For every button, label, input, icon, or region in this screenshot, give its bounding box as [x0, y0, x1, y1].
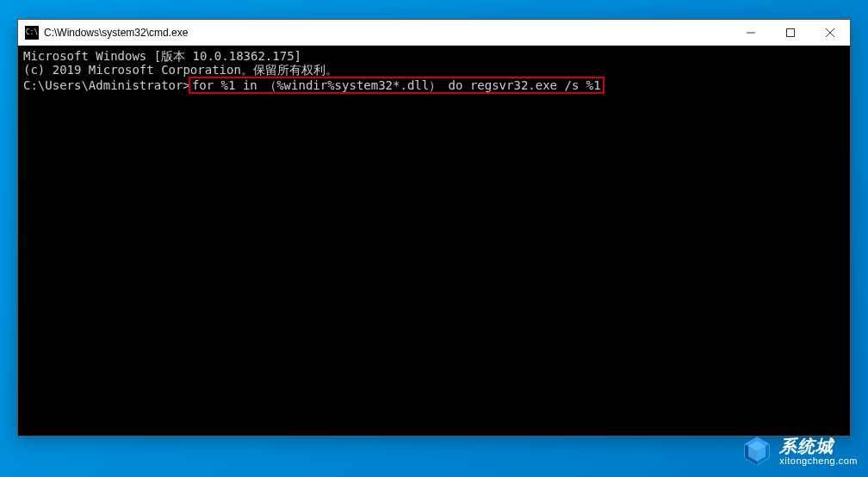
watermark-sub-text: xitongcheng.com: [779, 455, 858, 466]
terminal-body[interactable]: Microsoft Windows [版本 10.0.18362.175](c)…: [18, 46, 850, 436]
svg-rect-1: [787, 28, 795, 36]
close-icon: [826, 28, 834, 37]
command-highlight: for %1 in （%windir%system32*.dll） do reg…: [189, 77, 604, 94]
titlebar[interactable]: C:\ C:\Windows\system32\cmd.exe: [18, 20, 850, 46]
terminal-output-line: Microsoft Windows [版本 10.0.18362.175]: [23, 49, 845, 63]
watermark-logo-icon: [740, 434, 774, 468]
terminal-prompt: C:\Users\Administrator>: [23, 78, 190, 92]
close-button[interactable]: [810, 20, 850, 45]
watermark-main-text: 系统城: [779, 437, 858, 455]
window-title: C:\Windows\system32\cmd.exe: [44, 27, 731, 39]
cmd-icon: C:\: [25, 26, 39, 40]
maximize-icon: [786, 28, 795, 37]
terminal-command: for %1 in （%windir%system32*.dll） do reg…: [192, 78, 601, 92]
minimize-button[interactable]: [731, 20, 771, 45]
window-controls: [731, 20, 850, 45]
maximize-button[interactable]: [771, 20, 810, 45]
terminal-prompt-line: C:\Users\Administrator>for %1 in （%windi…: [23, 77, 845, 94]
watermark: 系统城 xitongcheng.com: [740, 434, 858, 468]
minimize-icon: [747, 28, 755, 37]
cmd-window: C:\ C:\Windows\system32\cmd.exe Microsof…: [17, 19, 851, 437]
watermark-text: 系统城 xitongcheng.com: [779, 437, 858, 466]
terminal-output-line: (c) 2019 Microsoft Corporation。保留所有权利。: [23, 63, 845, 77]
